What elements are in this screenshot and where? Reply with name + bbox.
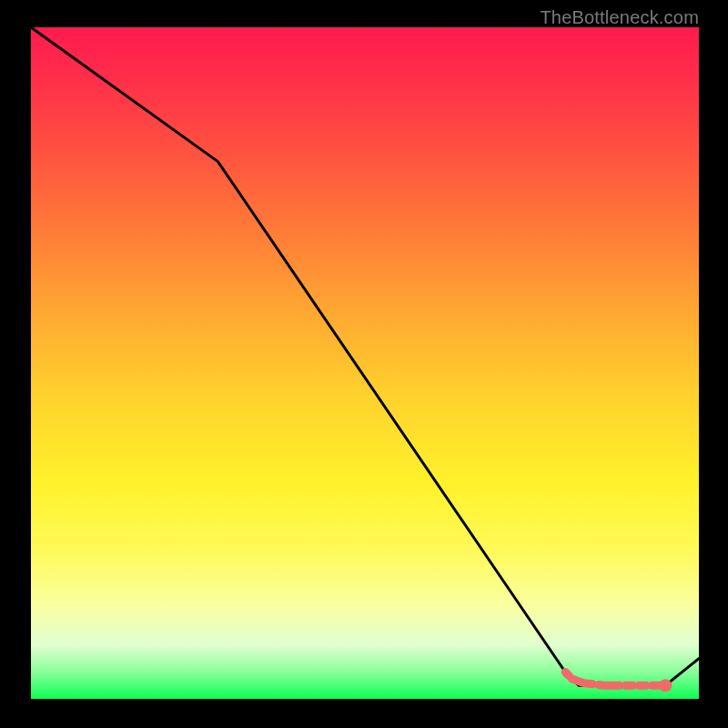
main-curve [31,27,699,685]
watermark-text: TheBottleneck.com [540,7,699,28]
chart-frame: TheBottleneck.com [0,0,728,728]
highlight-dash [565,672,569,676]
highlight-markers [565,672,672,693]
highlight-dash [585,683,592,684]
chart-overlay [31,27,699,699]
highlight-endpoint [659,679,672,692]
curve-path [31,27,699,685]
